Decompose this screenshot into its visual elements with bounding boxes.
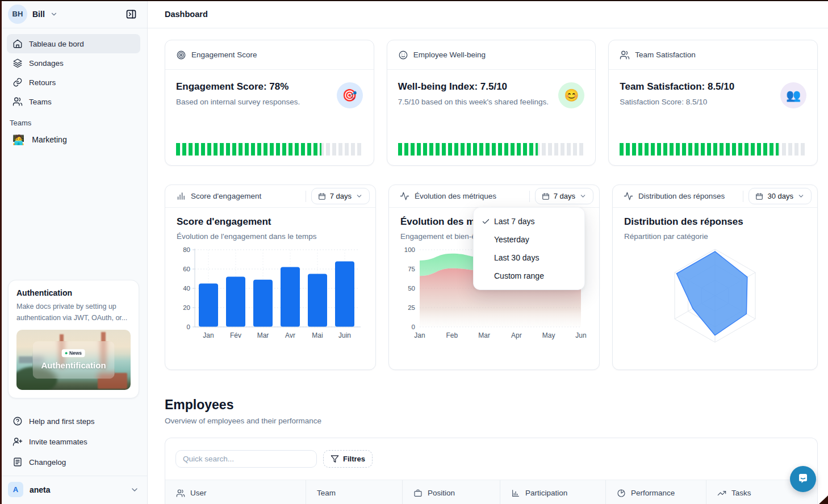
sidebar-item-help[interactable]: Help and first steps [7, 411, 140, 431]
link-icon [12, 77, 23, 87]
home-icon [12, 39, 23, 49]
authentication-promo-card[interactable]: Authentication Make docs private by sett… [8, 280, 139, 398]
sidebar-item-marketing[interactable]: 🧑‍💻 Marketing [7, 129, 140, 150]
date-range-button[interactable]: 7 days [535, 188, 593, 204]
column-header-team[interactable]: Team [306, 480, 403, 504]
sidebar-item-label: Retours [29, 78, 56, 87]
team-satisfaction-card: Team Satisfaction Team Satisfaction: 8.5… [608, 40, 818, 166]
search-input[interactable] [175, 450, 317, 468]
column-header-participation[interactable]: Participation [500, 480, 606, 504]
chart-card-header-label: Évolution des métriques [415, 192, 496, 200]
bar-chart: 020406080JanFévMarAvrMaiJuin [177, 245, 364, 345]
column-header-user[interactable]: User [165, 480, 306, 504]
calendar-icon [318, 192, 326, 200]
svg-text:0: 0 [187, 324, 190, 330]
screenshot-corner-artifact [819, 495, 828, 504]
chart-title: Score d'engagement [177, 216, 364, 228]
radar-chart [624, 242, 806, 350]
layers-icon [12, 58, 23, 68]
content: Engagement Score Engagement Score: 78% B… [148, 28, 828, 504]
sidebar-item-label: Changelog [29, 458, 66, 467]
sidebar-item-label: Teams [29, 98, 52, 106]
workspace-switcher[interactable]: A aneta [0, 476, 147, 498]
employees-section: Employees Overview of employees and thei… [165, 397, 818, 504]
svg-text:Feb: Feb [446, 331, 458, 339]
date-range-menu: Last 7 days Yesterday Last 30 days Custo… [473, 207, 585, 290]
dart-emoji-icon: 🎯 [337, 82, 363, 108]
sidebar-item-changelog[interactable]: Changelog [7, 452, 140, 472]
target-icon [176, 50, 186, 60]
column-header-performance[interactable]: Performance [606, 480, 706, 504]
employees-subtitle: Overview of employees and their performa… [165, 417, 818, 425]
sidebar-item-label: Help and first steps [29, 417, 95, 426]
chat-bubble-icon [796, 472, 810, 486]
changelog-icon [12, 457, 23, 467]
stat-subtitle: Based on internal survey responses. [176, 98, 363, 106]
sidebar-collapse-button[interactable] [123, 6, 139, 22]
panel-collapse-icon [126, 9, 137, 20]
svg-text:60: 60 [183, 266, 190, 272]
sidebar-item-invite[interactable]: Invite teammates [7, 431, 140, 452]
svg-text:0: 0 [412, 324, 415, 330]
stat-card-header-label: Employee Well-being [413, 51, 486, 59]
stat-subtitle: 7.5/10 based on this week's shared feeli… [398, 98, 585, 106]
workspace-name: aneta [30, 485, 51, 494]
chart-card-header-label: Distribution des réponses [638, 192, 725, 200]
satisfaction-progress-bar [620, 143, 806, 156]
svg-text:Mai: Mai [312, 331, 323, 339]
engagement-chart-card: Score d'engagement 7 days [165, 184, 376, 370]
sidebar-item-tableau-de-bord[interactable]: Tableau de bord [7, 34, 140, 53]
employees-title: Employees [165, 397, 818, 413]
promo-title: Authentication [16, 288, 131, 297]
teams-section-label: Teams [10, 119, 147, 127]
users-icon [620, 50, 630, 60]
sidebar-item-retours[interactable]: Retours [7, 73, 140, 92]
chart-card-header-label: Score d'engagement [191, 192, 261, 200]
menu-item-yesterday[interactable]: Yesterday [474, 230, 584, 249]
svg-text:50: 50 [408, 285, 415, 292]
briefcase-icon [413, 489, 423, 498]
trend-up-icon [717, 489, 726, 498]
filters-button[interactable]: Filtres [323, 450, 373, 468]
sidebar-item-label: Invite teammates [29, 438, 87, 446]
stat-card-header-label: Team Satisfaction [635, 51, 696, 59]
menu-item-custom-range[interactable]: Custom range [474, 267, 584, 285]
sidebar-item-teams[interactable]: Teams [7, 92, 140, 111]
date-range-button[interactable]: 30 days [748, 188, 812, 204]
team-item-label: Marketing [32, 135, 66, 144]
stat-title: Well-being Index: 7.5/10 [398, 81, 585, 93]
chart-subtitle: Évolution de l'engagement dans le temps [177, 232, 364, 241]
topbar: Dashboard [148, 0, 828, 28]
user-avatar: BH [8, 5, 27, 24]
sidebar-item-label: Tableau de bord [29, 40, 84, 48]
calendar-icon [542, 192, 550, 200]
promo-description: Make docs private by setting up authenti… [16, 301, 131, 324]
svg-text:Jun: Jun [575, 331, 586, 339]
smile-emoji-icon: 😊 [558, 82, 584, 108]
sidebar-item-sondages[interactable]: Sondages [7, 53, 140, 73]
marketing-emoji-icon: 🧑‍💻 [12, 134, 24, 146]
smile-icon [398, 50, 408, 60]
date-range-label: 7 days [330, 192, 352, 200]
stat-title: Team Satisfaction: 8.5/10 [620, 81, 806, 93]
bar-chart-icon [511, 489, 520, 498]
menu-item-last-7-days[interactable]: Last 7 days [474, 212, 584, 230]
engagement-progress-bar [176, 143, 363, 156]
date-range-button[interactable]: 7 days [311, 188, 370, 204]
svg-text:Avr: Avr [285, 331, 295, 339]
response-distribution-card: Distribution des réponses 30 days [612, 184, 818, 370]
stat-subtitle: Satisfaction Score: 8.5/10 [620, 98, 806, 106]
sidebar: BH Bill Tableau de bord Sondages [0, 0, 148, 504]
chevron-down-icon [356, 192, 363, 200]
table-header-row: User Team Position [165, 480, 817, 504]
pie-chart-icon [617, 489, 626, 498]
chart-subtitle: Répartition par catégorie [624, 232, 806, 241]
chat-launcher-button[interactable] [790, 466, 816, 492]
check-icon [482, 217, 494, 226]
user-menu[interactable]: BH Bill [0, 0, 147, 28]
users-icon [12, 96, 23, 107]
menu-item-last-30-days[interactable]: Last 30 days [474, 249, 584, 267]
activity-icon [400, 191, 409, 201]
column-header-position[interactable]: Position [403, 480, 500, 504]
svg-text:75: 75 [408, 266, 415, 272]
